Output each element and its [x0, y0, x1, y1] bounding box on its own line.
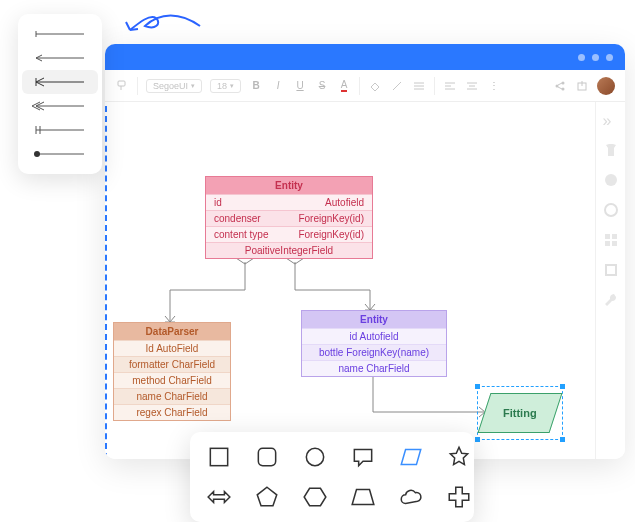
arrow-style-4[interactable] — [18, 94, 102, 118]
entity-orange-title: DataParser — [114, 323, 230, 340]
emoji-icon[interactable] — [603, 202, 619, 218]
annotation-arrow — [120, 8, 210, 42]
shape-parallelogram[interactable] — [398, 444, 424, 470]
bold-icon[interactable]: B — [249, 79, 263, 93]
align-left-icon[interactable] — [443, 79, 457, 93]
fitting-label: Fitting — [503, 407, 537, 419]
shape-square[interactable] — [206, 444, 232, 470]
arrow-style-2[interactable] — [18, 46, 102, 70]
fitting-selection[interactable]: Fitting — [477, 386, 563, 440]
italic-icon[interactable]: I — [271, 79, 285, 93]
apps-icon[interactable] — [603, 232, 619, 248]
font-select[interactable]: SegoeUI▾ — [146, 79, 202, 93]
svg-rect-18 — [605, 234, 610, 239]
entity-purple[interactable]: Entity id Autofield bottle ForeignKey(na… — [301, 310, 447, 377]
shirt-icon[interactable] — [603, 142, 619, 158]
titlebar — [105, 44, 625, 70]
right-rail: » — [595, 102, 625, 459]
collapse-icon[interactable]: » — [603, 112, 619, 128]
svg-rect-24 — [258, 448, 275, 465]
svg-rect-20 — [605, 241, 610, 246]
svg-point-17 — [605, 204, 617, 216]
shape-trapezoid[interactable] — [350, 484, 376, 510]
svg-rect-21 — [612, 241, 617, 246]
fitting-shape[interactable]: Fitting — [478, 393, 563, 433]
avatar[interactable] — [597, 77, 615, 95]
shape-plus[interactable] — [446, 484, 472, 510]
shape-arrow-bidir[interactable] — [206, 484, 232, 510]
app-window: SegoeUI▾ 18▾ B I U S A ⋮ — [105, 44, 625, 459]
arrow-style-3[interactable] — [22, 70, 98, 94]
shape-cloud[interactable] — [398, 484, 424, 510]
svg-rect-22 — [606, 265, 616, 275]
window-control-max[interactable] — [592, 54, 599, 61]
shape-pentagon[interactable] — [254, 484, 280, 510]
arrow-style-5[interactable] — [18, 118, 102, 142]
font-size-select[interactable]: 18▾ — [210, 79, 241, 93]
window-control-close[interactable] — [606, 54, 613, 61]
align-vert-icon[interactable] — [465, 79, 479, 93]
fill-icon[interactable] — [368, 79, 382, 93]
arrowhead-style-panel[interactable] — [18, 14, 102, 174]
strike-icon[interactable]: S — [315, 79, 329, 93]
wrench-icon[interactable] — [603, 292, 619, 308]
svg-point-16 — [605, 174, 617, 186]
entity-purple-title: Entity — [302, 311, 446, 328]
share-icon[interactable] — [553, 79, 567, 93]
font-name: SegoeUI — [153, 81, 188, 91]
svg-point-10 — [34, 151, 40, 157]
arrow-style-6[interactable] — [18, 142, 102, 166]
palette-icon[interactable] — [603, 172, 619, 188]
paint-format-icon[interactable] — [115, 79, 129, 93]
svg-rect-19 — [612, 234, 617, 239]
export-icon[interactable] — [575, 79, 589, 93]
line-style-icon[interactable] — [412, 79, 426, 93]
shape-speech[interactable] — [350, 444, 376, 470]
entity-dataparser[interactable]: DataParser Id AutoField formatter CharFi… — [113, 322, 231, 421]
shape-star[interactable] — [446, 444, 472, 470]
selection-guide — [105, 106, 107, 459]
underline-icon[interactable]: U — [293, 79, 307, 93]
window-control-min[interactable] — [578, 54, 585, 61]
list-icon[interactable]: ⋮ — [487, 79, 501, 93]
toolbar: SegoeUI▾ 18▾ B I U S A ⋮ — [105, 70, 625, 102]
font-size: 18 — [217, 81, 227, 91]
text-color-icon[interactable]: A — [337, 79, 351, 93]
svg-rect-23 — [210, 448, 227, 465]
canvas[interactable]: Entity idAutofield condenserForeignKey(i… — [105, 102, 625, 459]
shape-hexagon[interactable] — [302, 484, 328, 510]
line-color-icon[interactable] — [390, 79, 404, 93]
arrow-style-1[interactable] — [18, 22, 102, 46]
shape-rounded-square[interactable] — [254, 444, 280, 470]
frame-icon[interactable] — [603, 262, 619, 278]
shape-panel[interactable] — [190, 432, 474, 522]
entity-pink[interactable]: Entity idAutofield condenserForeignKey(i… — [205, 176, 373, 259]
svg-point-25 — [306, 448, 323, 465]
shape-circle[interactable] — [302, 444, 328, 470]
svg-rect-11 — [118, 81, 125, 86]
entity-pink-title: Entity — [206, 177, 372, 194]
